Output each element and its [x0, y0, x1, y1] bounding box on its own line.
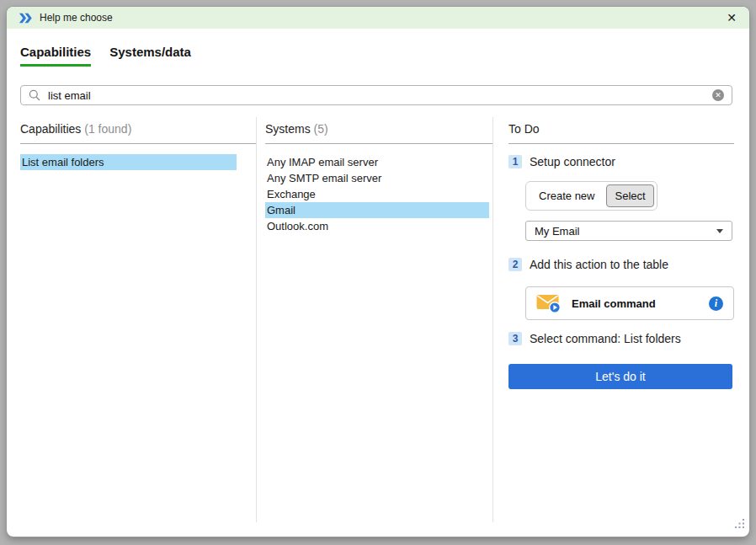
info-icon[interactable]: i: [709, 297, 723, 311]
step-number-badge: 2: [508, 258, 522, 271]
results-columns: Capabilities (1 found) List email folder…: [20, 117, 732, 537]
clear-search-icon[interactable]: ✕: [712, 89, 724, 101]
list-item[interactable]: List email folders: [20, 154, 237, 170]
search-bar: ✕: [20, 85, 732, 105]
search-input[interactable]: [48, 89, 712, 102]
systems-column: Systems (5) Any IMAP email server Any SM…: [257, 117, 492, 537]
select-button[interactable]: Select: [606, 184, 653, 207]
step-select-command: 3 Select command: List folders: [508, 332, 734, 345]
chevron-down-icon: [716, 229, 723, 233]
tab-bar: Capabilities Systems/data: [20, 44, 732, 67]
capabilities-column: Capabilities (1 found) List email folder…: [20, 117, 256, 537]
resize-grip[interactable]: [734, 517, 745, 532]
todo-title: To Do: [508, 122, 540, 136]
systems-list: Any IMAP email server Any SMTP email ser…: [265, 154, 492, 234]
list-item[interactable]: Outlook.com: [265, 218, 489, 234]
step-number-badge: 3: [508, 332, 522, 345]
step-number-badge: 1: [508, 155, 522, 168]
step-label: Select command: List folders: [530, 332, 681, 345]
create-new-button[interactable]: Create new: [529, 184, 604, 207]
email-command-card[interactable]: Email command i: [525, 286, 734, 320]
connector-dropdown[interactable]: My Email: [525, 221, 732, 241]
list-item[interactable]: Any SMTP email server: [265, 170, 489, 186]
search-icon: [29, 89, 40, 101]
close-button[interactable]: ✕: [721, 8, 743, 27]
todo-column: To Do 1 Setup connector Create new Selec…: [493, 117, 734, 537]
connector-mode-toggle: Create new Select: [525, 181, 658, 211]
capabilities-count: (1 found): [84, 122, 131, 136]
connector-dropdown-value: My Email: [535, 225, 579, 238]
capabilities-title: Capabilities: [20, 122, 81, 136]
window-title: Help me choose: [40, 12, 113, 24]
list-item[interactable]: Exchange: [265, 186, 489, 202]
capabilities-header: Capabilities (1 found): [20, 117, 256, 144]
lets-do-it-button[interactable]: Let's do it: [508, 364, 732, 389]
step-label: Add this action to the table: [530, 258, 668, 271]
systems-title: Systems: [265, 122, 311, 136]
titlebar: Help me choose ✕: [7, 7, 749, 29]
todo-header: To Do: [508, 117, 734, 144]
capabilities-list: List email folders: [20, 154, 256, 170]
step-setup-connector: 1 Setup connector: [508, 155, 734, 168]
tab-systems-data[interactable]: Systems/data: [109, 44, 191, 67]
step-label: Setup connector: [530, 155, 615, 168]
systems-header: Systems (5): [265, 117, 492, 144]
desktop-background: { "window": { "title": "Help me choose" …: [0, 0, 756, 545]
help-me-choose-dialog: Help me choose ✕ Capabilities Systems/da…: [7, 7, 749, 537]
email-command-label: Email command: [572, 297, 656, 310]
dialog-content: Capabilities Systems/data ✕ Capabilities…: [7, 29, 749, 537]
app-icon: [19, 13, 32, 24]
systems-count: (5): [314, 122, 328, 136]
list-item[interactable]: Gmail: [265, 202, 489, 218]
email-command-icon: [536, 293, 562, 313]
list-item[interactable]: Any IMAP email server: [265, 154, 489, 170]
tab-capabilities[interactable]: Capabilities: [20, 44, 91, 67]
step-add-action: 2 Add this action to the table: [508, 258, 734, 271]
